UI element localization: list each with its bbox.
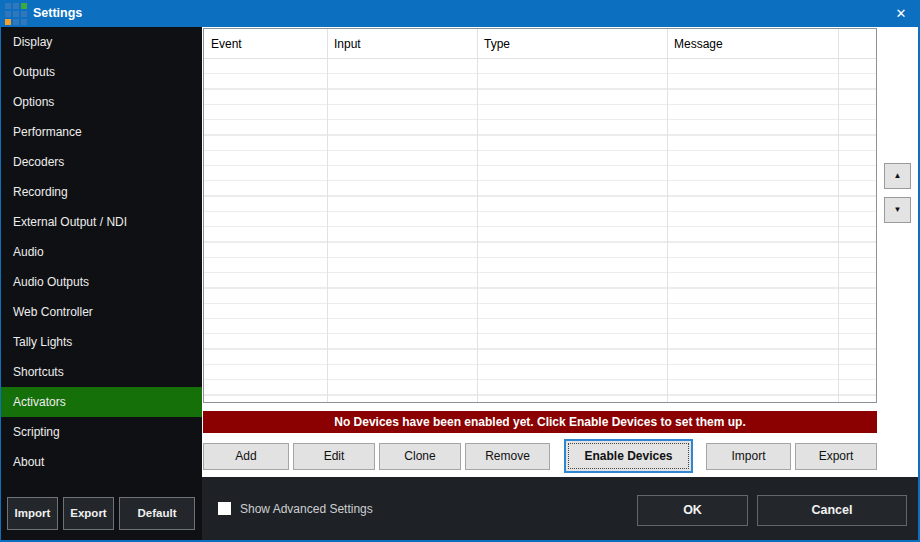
move-up-button[interactable]: ▲: [884, 163, 911, 189]
column-divider: [477, 29, 478, 402]
no-devices-banner: No Devices have been enabled yet. Click …: [203, 411, 877, 433]
cancel-button[interactable]: Cancel: [757, 495, 907, 526]
table-header-row: Event Input Type Message: [204, 29, 876, 59]
column-divider: [838, 29, 839, 402]
sidebar-item-web-controller[interactable]: Web Controller: [1, 297, 202, 327]
sidebar-item-audio[interactable]: Audio: [1, 237, 202, 267]
remove-button[interactable]: Remove: [465, 443, 550, 470]
sidebar-item-activators[interactable]: Activators: [1, 387, 202, 417]
activators-panel: Event Input Type Message ▲ ▼ No Devices …: [202, 27, 918, 477]
export-button[interactable]: Export: [795, 443, 877, 470]
column-header-event[interactable]: Event: [204, 29, 327, 59]
sidebar-item-scripting[interactable]: Scripting: [1, 417, 202, 447]
sidebar-item-outputs[interactable]: Outputs: [1, 57, 202, 87]
sidebar-import-button[interactable]: Import: [7, 497, 58, 530]
sidebar-item-decoders[interactable]: Decoders: [1, 147, 202, 177]
sidebar-item-display[interactable]: Display: [1, 27, 202, 57]
settings-sidebar: Display Outputs Options Performance Deco…: [1, 27, 202, 540]
up-arrow-icon: ▲: [894, 171, 902, 180]
column-header-type[interactable]: Type: [477, 29, 667, 59]
show-advanced-label: Show Advanced Settings: [240, 502, 373, 516]
sidebar-item-shortcuts[interactable]: Shortcuts: [1, 357, 202, 387]
column-divider: [667, 29, 668, 402]
down-arrow-icon: ▼: [894, 205, 902, 214]
move-down-button[interactable]: ▼: [884, 197, 911, 223]
add-button[interactable]: Add: [203, 443, 289, 470]
sidebar-default-button[interactable]: Default: [119, 497, 195, 530]
show-advanced-checkbox[interactable]: [218, 502, 231, 515]
ok-button[interactable]: OK: [637, 495, 748, 526]
sidebar-item-external-output-ndi[interactable]: External Output / NDI: [1, 207, 202, 237]
sidebar-item-performance[interactable]: Performance: [1, 117, 202, 147]
footer-bar: Show Advanced Settings OK Cancel: [202, 477, 918, 540]
close-icon[interactable]: ✕: [886, 0, 916, 27]
app-grid-icon: [5, 3, 27, 25]
column-divider: [327, 29, 328, 402]
sidebar-export-button[interactable]: Export: [63, 497, 114, 530]
sidebar-item-options[interactable]: Options: [1, 87, 202, 117]
window-title: Settings: [33, 0, 82, 27]
import-button[interactable]: Import: [706, 443, 791, 470]
window-border: [0, 0, 1, 542]
sidebar-item-tally-lights[interactable]: Tally Lights: [1, 327, 202, 357]
edit-button[interactable]: Edit: [293, 443, 375, 470]
sidebar-item-recording[interactable]: Recording: [1, 177, 202, 207]
settings-window: Settings ✕ Display Outputs Options Perfo…: [0, 0, 920, 542]
clone-button[interactable]: Clone: [379, 443, 461, 470]
title-bar[interactable]: Settings ✕: [0, 0, 920, 27]
enable-devices-button[interactable]: Enable Devices: [564, 439, 693, 473]
table-body-empty: [204, 59, 876, 402]
activators-table: Event Input Type Message: [203, 28, 877, 403]
column-header-message[interactable]: Message: [667, 29, 838, 59]
column-header-input[interactable]: Input: [327, 29, 477, 59]
sidebar-item-audio-outputs[interactable]: Audio Outputs: [1, 267, 202, 297]
sidebar-item-about[interactable]: About: [1, 447, 202, 477]
